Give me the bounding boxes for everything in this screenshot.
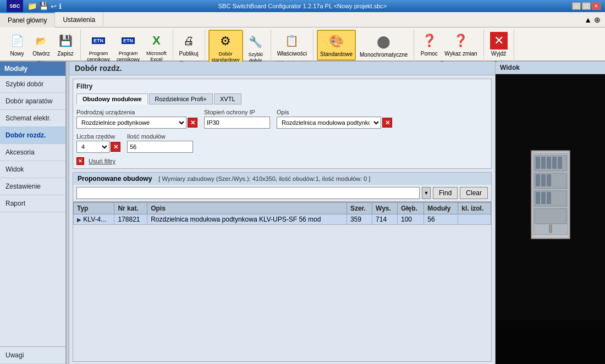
svg-rect-15 — [536, 192, 540, 204]
filter-tab-xvtl[interactable]: XVTL — [214, 93, 241, 104]
proposed-panel: Proponowane obudowy [ Wymiary zabudowy (… — [73, 172, 492, 362]
filter-input-ilosc-modulow[interactable] — [127, 141, 193, 153]
cell-opis: Rozdzielnica modułowa podtynkowa KLV-UPS… — [147, 214, 347, 225]
sidebar-item-dobor-rozdz[interactable]: Dobór rozdz. — [0, 127, 65, 144]
title-bar: SBC 📁 💾 ↩ ℹ SBC SwitchBoard Configurator… — [0, 0, 605, 12]
svg-rect-10 — [552, 157, 557, 169]
sidebar-item-dobor-aparatow[interactable]: Dobór aparatów — [0, 93, 65, 110]
window-title: SBC SwitchBoard Configurator 1.2.17a PL … — [0, 3, 605, 9]
svg-rect-6 — [535, 208, 566, 224]
filter-label-liczba-rzedow: Liczba rzędów — [76, 133, 120, 140]
sidebar-item-zestawienie[interactable]: Zestawienie — [0, 178, 65, 195]
sidebar-item-uwagi[interactable]: Uwagi — [0, 347, 65, 364]
ribbon-item-monochromatyczne[interactable]: ⬤ Monochromatyczne — [357, 31, 410, 60]
filter-tab-obudowy[interactable]: Obudowy modułowe — [76, 93, 148, 104]
filter-select-liczba-rzedow[interactable]: 4 — [76, 141, 109, 153]
menu-tab-panel-glowny[interactable]: Panel główny — [0, 12, 55, 27]
right-panel-header: Widok — [496, 62, 605, 74]
ribbon-progcen2-label: Programcennikowy — [117, 51, 140, 63]
filter-input-stopien[interactable] — [204, 117, 270, 129]
minimize-button[interactable]: ─ — [572, 2, 581, 10]
ribbon-item-prog-cen1[interactable]: ETN Programcennikowy — [84, 30, 113, 65]
find-button[interactable]: Find — [433, 187, 458, 199]
sidebar-item-akcesoria[interactable]: Akcesoria — [0, 144, 65, 161]
sidebar-item-szybki-dobor[interactable]: Szybki dobór — [0, 76, 65, 93]
ribbon-item-dobor-standardowy[interactable]: ⚙ Dobórstandardowy — [208, 30, 243, 66]
search-dropdown-arrow[interactable]: ▼ — [422, 187, 431, 199]
filter-select-opis[interactable]: Rozdzielnica modułowa podtynkowa... — [277, 117, 381, 129]
ribbon-open-label: Otwórz — [32, 51, 50, 57]
ribbon-item-publish[interactable]: 🖨 Publikuj — [177, 30, 201, 59]
preview-area — [496, 74, 605, 320]
ribbon-item-standardowe[interactable]: 🎨 Standardowe — [317, 30, 356, 60]
ribbon-item-open[interactable]: 📂 Otwórz — [30, 30, 53, 59]
svg-rect-12 — [536, 174, 540, 186]
ribbon-item-save[interactable]: 💾 Zapisz — [54, 30, 77, 59]
ribbon-pomoc-label: Pomoc — [421, 51, 438, 57]
title-bar-left: SBC 📁 💾 ↩ ℹ — [4, 0, 62, 12]
cell-row-arrow: ▶ KLV-4... — [74, 214, 114, 225]
undo-icon[interactable]: ↩ — [51, 2, 57, 10]
preview-bottom — [496, 320, 605, 364]
title-bar-buttons: ─ □ ✕ — [572, 2, 601, 10]
ribbon-item-wykaz[interactable]: ❓ Wykaz zmian — [442, 30, 480, 59]
table-row[interactable]: ▶ KLV-4... 178821 Rozdzielnica modułowa … — [74, 214, 491, 225]
menu-bar: Panel główny Ustawienia ▲ ⊕ — [0, 12, 605, 27]
filters-title: Filtry — [76, 82, 488, 90]
sidebar: Moduły Szybki dobór Dobór aparatów Schem… — [0, 62, 66, 364]
etn2-icon: ETN — [119, 32, 137, 49]
remove-filters-x-button[interactable]: ✕ — [76, 157, 84, 165]
col-header-wys: Wys. — [372, 203, 398, 214]
filter-select-podrodzaj[interactable]: Rozdzielnice podtynkowe — [76, 117, 186, 129]
ribbon-mono-label: Monochromatyczne — [360, 52, 408, 58]
help-small-icon[interactable]: ▲ — [584, 15, 592, 24]
sidebar-item-schemat-elektr[interactable]: Schemat elektr. — [0, 110, 65, 127]
filter-input-row-stopien — [204, 117, 270, 129]
filter-field-opis: Opis Rozdzielnica modułowa podtynkowa...… — [277, 109, 392, 129]
save-small-icon[interactable]: 💾 — [39, 2, 48, 10]
clear-button[interactable]: Clear — [460, 187, 488, 199]
dobor-standardowy-icon: ⚙ — [217, 32, 234, 50]
ribbon: 📄 Nowy 📂 Otwórz 💾 Zapisz Plik ETN Progra… — [0, 27, 605, 62]
ribbon-item-szybki-dobor[interactable]: 🔧 Szybkidobór — [244, 31, 267, 66]
sidebar-item-widok[interactable]: Widok — [0, 161, 65, 178]
ribbon-item-new[interactable]: 📄 Nowy — [6, 30, 29, 59]
search-input[interactable] — [76, 187, 420, 199]
filter-label-ilosc-modulow: Ilość modułów — [127, 133, 193, 140]
publish-icon: 🖨 — [180, 32, 197, 49]
content-area: Dobór rozdz. Filtry Obudowy modułowe Roz… — [69, 62, 495, 364]
filter-label-podrodzaj: Podrodzaj urządzenia — [76, 109, 197, 115]
col-header-opis: Opis — [147, 203, 347, 214]
sidebar-bottom: Uwagi — [0, 346, 65, 364]
sbc-logo-icon: SBC — [7, 0, 23, 12]
pomoc-icon: ❓ — [420, 32, 438, 49]
sidebar-item-raport[interactable]: Raport — [0, 195, 65, 212]
info-icon[interactable]: ℹ — [59, 2, 62, 10]
ribbon-item-excel[interactable]: X MicrosoftExcel — [144, 30, 169, 65]
filter-clear-opis[interactable]: ✕ — [382, 118, 392, 128]
filter-label-opis: Opis — [277, 109, 392, 115]
maximize-button[interactable]: □ — [582, 2, 591, 10]
cell-nr-kat: 178821 — [114, 214, 147, 225]
filter-row-1: Podrodzaj urządzenia Rozdzielnice podtyn… — [76, 109, 488, 129]
filter-clear-liczba-rzedow[interactable]: ✕ — [111, 142, 120, 152]
remove-filters-row: ✕ Usuń filtry — [76, 157, 488, 165]
ribbon-item-wlasciwosci[interactable]: 📋 Właściwości — [274, 30, 310, 59]
excel-icon: X — [147, 32, 165, 49]
filter-tab-profi[interactable]: Rozdzielnice Profi+ — [149, 93, 213, 104]
ribbon-item-pomoc[interactable]: ❓ Pomoc — [417, 30, 441, 59]
ribbon-new-label: Nowy — [10, 51, 24, 57]
exit-icon: ✕ — [490, 32, 508, 49]
menu-tab-ustawienia[interactable]: Ustawienia — [55, 12, 103, 27]
filter-clear-podrodzaj[interactable]: ✕ — [188, 118, 197, 128]
folder-icon[interactable]: 📁 — [28, 2, 37, 10]
close-button[interactable]: ✕ — [592, 2, 601, 10]
settings-small-icon[interactable]: ⊕ — [594, 15, 601, 24]
ribbon-item-prog-cen2[interactable]: ETN Programcennikowy — [114, 30, 142, 65]
filter-field-stopien: Stopień ochrony IP — [204, 109, 270, 129]
cell-wys: 714 — [372, 214, 398, 225]
ribbon-item-exit[interactable]: ✕ Wyjdź — [487, 30, 510, 59]
svg-rect-18 — [549, 225, 552, 233]
remove-filters-label[interactable]: Usuń filtry — [89, 158, 116, 164]
right-panel: Widok — [495, 62, 605, 364]
